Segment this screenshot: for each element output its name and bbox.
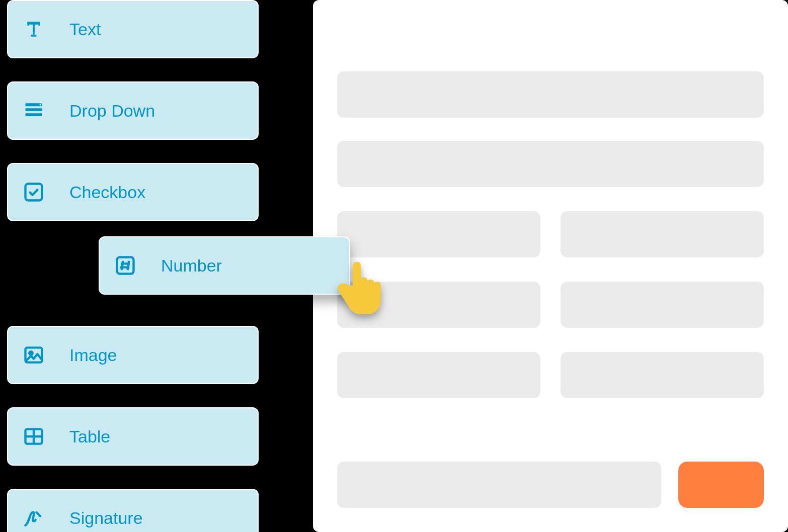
form-row [337,211,764,257]
number-icon [112,252,139,279]
text-icon [20,16,47,43]
svg-rect-10 [117,257,134,274]
form-field-placeholder[interactable] [337,211,540,257]
palette-item-dropdown[interactable]: Drop Down [7,81,259,140]
form-field-placeholder[interactable] [337,71,764,118]
form-field-placeholder[interactable] [561,282,764,328]
palette-item-label: Image [69,345,117,365]
palette-item-text[interactable]: Text [7,0,259,58]
svg-point-6 [29,351,33,355]
form-field-placeholder[interactable] [561,352,764,398]
palette-item-label: Text [69,20,101,39]
form-field-placeholder[interactable] [337,462,661,508]
form-row [337,282,764,328]
palette-item-table[interactable]: Table [7,407,259,466]
pointer-hand-cursor [334,259,389,319]
palette-item-image[interactable]: Image [7,326,259,384]
palette-item-signature[interactable]: Signature [7,489,259,532]
table-icon [20,423,47,450]
checkbox-icon [20,179,47,206]
form-footer [337,462,764,508]
palette-item-checkbox[interactable]: Checkbox [7,163,259,221]
palette-item-label: Number [161,256,222,276]
form-field-placeholder[interactable] [561,211,764,257]
palette-item-label: Table [69,427,110,447]
palette-item-label: Drop Down [69,101,155,121]
dropdown-icon [20,97,47,124]
svg-rect-0 [26,103,42,106]
svg-line-11 [122,261,123,270]
palette-item-label: Checkbox [69,183,145,202]
form-field-placeholder[interactable] [337,352,540,398]
form-field-placeholder[interactable] [337,141,764,187]
palette-item-number-dragging[interactable]: Number [99,236,350,295]
palette-item-label: Signature [69,508,143,528]
signature-icon [20,504,47,531]
svg-rect-2 [26,113,42,116]
svg-line-12 [128,261,129,270]
image-icon [20,341,47,369]
form-row [337,352,764,398]
submit-button[interactable] [678,462,764,508]
svg-rect-1 [26,108,42,111]
